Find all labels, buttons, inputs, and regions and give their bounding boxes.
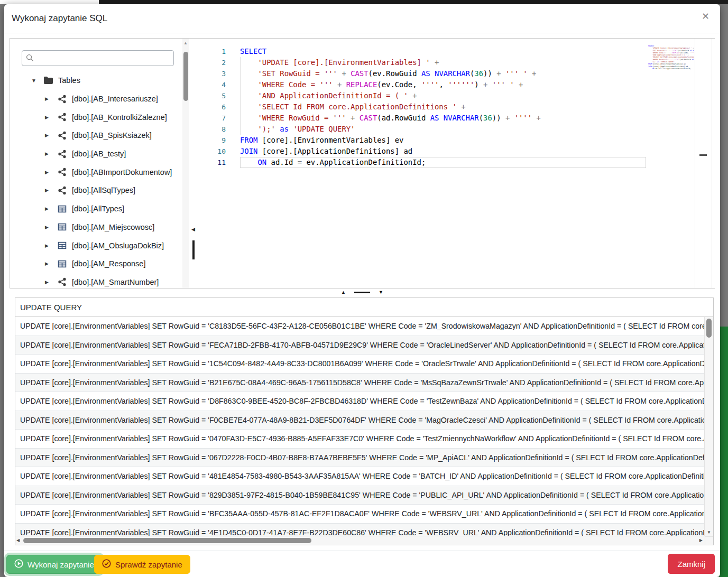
code-line: 'WHERE RowGuid = ''' + CAST(ad.RowGuid A… (240, 113, 646, 124)
line-number: 11 (197, 157, 226, 168)
tree-item-label: [dbo].[ABImportDokumentow] (72, 168, 172, 176)
share-icon (58, 167, 67, 176)
results-horizontal-scrollbar[interactable]: ◀ ▶ (15, 536, 705, 545)
scroll-left-icon[interactable]: ◀ (16, 538, 20, 543)
scroll-up-icon[interactable]: ▲ (183, 41, 188, 45)
chevron-right-icon[interactable]: ▶ (45, 115, 56, 120)
tree-item[interactable]: ▶[dbo].[AllTypes] (10, 200, 182, 218)
chevron-right-icon[interactable]: ▶ (45, 151, 56, 156)
vertical-scrollbar-thumb[interactable] (706, 319, 712, 338)
line-number: 4 (197, 79, 226, 90)
result-row: UPDATE [core].[EnvironmentVariables] SET… (15, 449, 705, 468)
query-workspace: ▼ Tables ▶[dbo].[AB_Interesariusze]▶[dbo… (10, 38, 715, 288)
tree-item[interactable]: ▶[dbo].[AB_Interesariusze] (10, 90, 182, 108)
splitter-expand-down-icon[interactable]: ▼ (379, 290, 383, 295)
close-dialog-button[interactable]: Zamknij (668, 554, 715, 574)
panel-splitter[interactable]: ◀ (191, 39, 197, 288)
chevron-right-icon[interactable]: ▶ (45, 225, 56, 230)
code-line: FROM [core].[EnvironmentVariables] ev (240, 135, 646, 146)
results-vertical-scrollbar[interactable]: ▼ (704, 317, 713, 536)
chevron-right-icon[interactable]: ▶ (45, 206, 56, 211)
tree-root-tables[interactable]: ▼ Tables (10, 71, 182, 90)
code-line: 'SET RowGuid = ''' + CAST(ev.RowGuid AS … (240, 68, 646, 79)
tree-item-label: [dbo].[AllSqlTypes] (72, 186, 135, 194)
code-line: 'SELECT Id FROM core.ApplicationDefiniti… (240, 101, 646, 113)
result-row: UPDATE [core].[EnvironmentVariables] SET… (15, 355, 705, 374)
page-green-strip (719, 327, 728, 577)
horizontal-scrollbar-thumb[interactable] (23, 538, 311, 543)
page-top-strip (0, 0, 99, 4)
code-area[interactable]: SELECT 'UPDATE [core].[EnvironmentVariab… (240, 46, 646, 168)
tree-item-label: [dbo].[AB_SpisKsiazek] (72, 131, 152, 139)
code-line: 'WHERE Code = ''' + REPLACE(ev.Code, '''… (240, 79, 646, 90)
share-icon (58, 113, 67, 122)
close-dialog-label: Zamknij (677, 560, 705, 569)
close-icon[interactable]: ✕ (702, 12, 709, 21)
tree-scrollbar-thumb[interactable] (183, 52, 188, 101)
results-header: UPDATE QUERY (15, 298, 713, 317)
line-numbers: 1234567891011 (197, 46, 226, 168)
execute-query-button[interactable]: Wykonaj zapytanie (6, 555, 102, 574)
scroll-right-icon[interactable]: ▶ (699, 538, 703, 543)
result-row: UPDATE [core].[EnvironmentVariables] SET… (15, 524, 705, 536)
chevron-right-icon[interactable]: ▶ (45, 96, 56, 101)
line-number: 3 (197, 68, 226, 79)
chevron-right-icon[interactable]: ▶ (45, 188, 56, 193)
search-input[interactable] (22, 50, 174, 66)
scrollbar-corner (705, 536, 713, 545)
scroll-down-icon[interactable]: ▼ (705, 530, 713, 535)
result-row: UPDATE [core].[EnvironmentVariables] SET… (15, 336, 705, 355)
chevron-down-icon[interactable]: ▼ (31, 78, 42, 83)
line-number: 2 (197, 57, 226, 68)
minimap-line: ON ad.Id = ev.ApplicationDefinitionId; (648, 68, 694, 70)
splitter-drag-handle[interactable] (192, 240, 195, 259)
editor-scroll-border (712, 39, 712, 288)
minimap-border (695, 39, 695, 288)
chevron-right-icon[interactable]: ▶ (45, 280, 56, 285)
execute-query-label: Wykonaj zapytanie (27, 560, 94, 569)
share-icon (58, 277, 67, 286)
check-query-button[interactable]: Sprawdź zapytanie (94, 555, 190, 574)
tree-item-label: [dbo].[AM_ObslugaDokBiz] (72, 241, 164, 250)
tree-item[interactable]: ▶[dbo].[AB_testy] (10, 145, 182, 163)
table-tree: ▼ Tables ▶[dbo].[AB_Interesariusze]▶[dbo… (10, 71, 182, 288)
tree-item-label: [dbo].[AB_KontrolkiZalezne] (72, 113, 167, 122)
table-icon (58, 241, 67, 250)
tree-scrollbar[interactable]: ▲ (182, 39, 189, 288)
chevron-right-icon[interactable]: ▶ (45, 243, 56, 248)
line-number: 10 (197, 146, 226, 157)
minimap[interactable]: SELECT 'UPDATE [core].[EnvironmentVariab… (648, 45, 694, 77)
tree-item[interactable]: ▶[dbo].[AllSqlTypes] (10, 181, 182, 200)
line-number: 5 (197, 90, 226, 101)
result-row: UPDATE [core].[EnvironmentVariables] SET… (15, 486, 705, 505)
dialog-title: Wykonaj zapytanie SQL (12, 4, 107, 33)
code-line: 'AND ApplicationDefinitionId = ( ' + (240, 90, 646, 101)
share-icon (58, 186, 67, 195)
chevron-right-icon[interactable]: ▶ (45, 133, 56, 138)
tree-item[interactable]: ▶[dbo].[ABImportDokumentow] (10, 163, 182, 181)
result-row: UPDATE [core].[EnvironmentVariables] SET… (15, 505, 705, 524)
sql-query-dialog: Wykonaj zapytanie SQL ✕ ▼ Tables ▶[dbo].… (4, 4, 720, 577)
chevron-right-icon[interactable]: ▶ (45, 170, 56, 175)
tree-item[interactable]: ▶[dbo].[AM_Miejscowosc] (10, 218, 182, 237)
result-row: UPDATE [core].[EnvironmentVariables] SET… (15, 374, 705, 393)
chevron-right-icon[interactable]: ▶ (45, 261, 56, 266)
code-line: JOIN [core].[ApplicationDefinitions] ad (240, 146, 646, 157)
tree-item[interactable]: ▶[dbo].[AM_SmartNumber] (10, 273, 182, 288)
dialog-header: Wykonaj zapytanie SQL ✕ (4, 4, 720, 33)
splitter-collapse-up-icon[interactable]: ▲ (341, 290, 346, 295)
sql-editor[interactable]: 1234567891011 SELECT 'UPDATE [core].[Env… (197, 39, 715, 288)
tree-item[interactable]: ▶[dbo].[AB_KontrolkiZalezne] (10, 108, 182, 126)
page-behind-modal: { "backdrop": { "overlay": "#7a7a7a", "p… (0, 0, 728, 577)
result-row: UPDATE [core].[EnvironmentVariables] SET… (15, 430, 705, 449)
code-line: 'UPDATE [core].[EnvironmentVariables] ' … (240, 57, 646, 68)
tree-item-label: [dbo].[AB_Interesariusze] (72, 95, 158, 103)
footer-divider (4, 551, 720, 551)
page-top-dark-bar (99, 0, 728, 4)
tree-item[interactable]: ▶[dbo].[AM_ObslugaDokBiz] (10, 236, 182, 255)
folder-icon (44, 76, 53, 85)
tree-item[interactable]: ▶[dbo].[AM_Response] (10, 255, 182, 273)
splitter-resize-handle[interactable] (354, 292, 370, 293)
collapse-left-icon[interactable]: ◀ (191, 227, 195, 232)
tree-item[interactable]: ▶[dbo].[AB_SpisKsiazek] (10, 126, 182, 145)
